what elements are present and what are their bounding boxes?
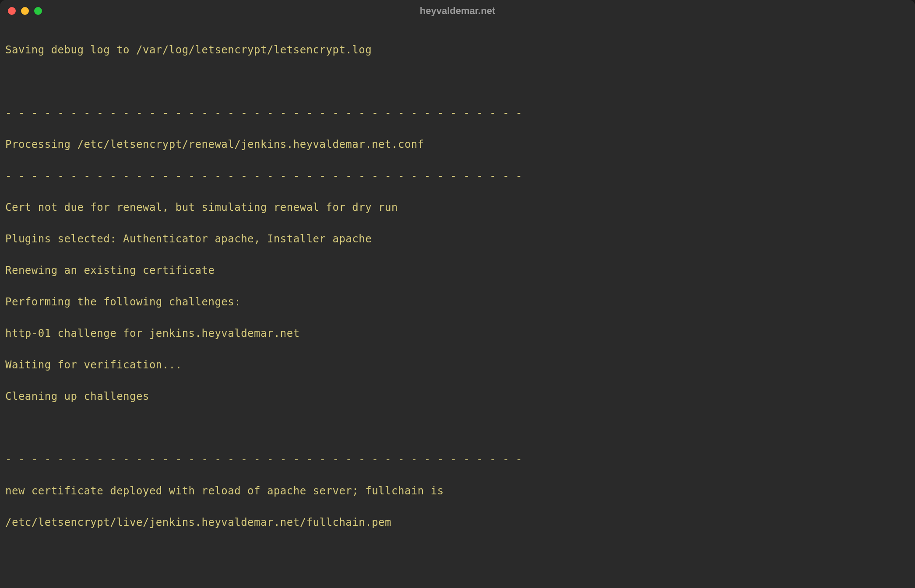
terminal-output-line [5,578,910,588]
terminal-output-line: - - - - - - - - - - - - - - - - - - - - … [5,452,910,467]
terminal-output-line: Cleaning up challenges [5,388,910,404]
terminal-output-line: - - - - - - - - - - - - - - - - - - - - … [5,168,910,184]
terminal-output-line: Cert not due for renewal, but simulating… [5,200,910,215]
terminal-output-line: - - - - - - - - - - - - - - - - - - - - … [5,105,910,121]
terminal-output-line: http-01 challenge for jenkins.heyvaldema… [5,326,910,341]
traffic-lights [8,7,42,15]
minimize-icon[interactable] [21,7,29,15]
titlebar[interactable]: heyvaldemar.net [0,0,915,22]
terminal-output-line: new certificate deployed with reload of … [5,483,910,499]
terminal-content[interactable]: Saving debug log to /var/log/letsencrypt… [0,22,915,588]
terminal-output-line: /etc/letsencrypt/live/jenkins.heyvaldema… [5,514,910,530]
terminal-output-line: Performing the following challenges: [5,294,910,310]
terminal-output-line: Waiting for verification... [5,357,910,373]
terminal-output-line: Processing /etc/letsencrypt/renewal/jenk… [5,136,910,152]
terminal-window: heyvaldemar.net Saving debug log to /var… [0,0,915,588]
terminal-output-line [5,546,910,562]
window-title: heyvaldemar.net [420,5,495,17]
close-icon[interactable] [8,7,16,15]
maximize-icon[interactable] [34,7,42,15]
terminal-output-line: Plugins selected: Authenticator apache, … [5,231,910,247]
terminal-output-line [5,420,910,436]
terminal-output-line [5,74,910,89]
terminal-output-line: Saving debug log to /var/log/letsencrypt… [5,42,910,58]
terminal-output-line: Renewing an existing certificate [5,262,910,278]
